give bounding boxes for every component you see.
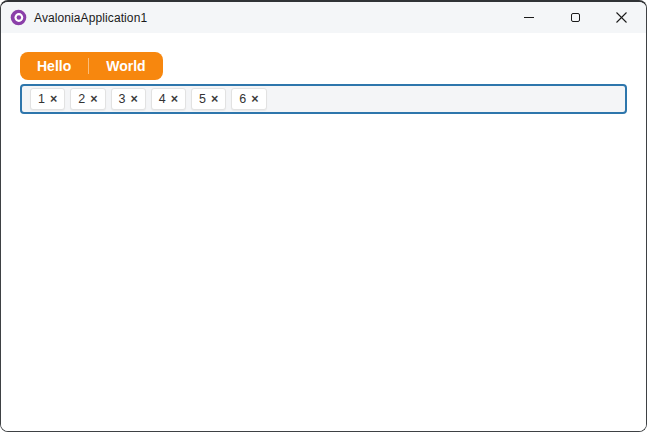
tag-chip-label: 6 (239, 92, 246, 106)
close-button[interactable] (598, 2, 644, 33)
tag-chip: 3 × (111, 88, 146, 110)
tag-chip: 6 × (231, 88, 266, 110)
tag-chip: 1 × (30, 88, 65, 110)
window-title: AvaloniaApplication1 (34, 11, 147, 25)
tab-world[interactable]: World (89, 52, 162, 80)
tag-chip-label: 5 (199, 92, 206, 106)
tag-chip-label: 4 (159, 92, 166, 106)
minimize-button[interactable] (506, 2, 552, 33)
tab-strip: Hello World (20, 52, 163, 80)
tab-hello[interactable]: Hello (20, 52, 88, 80)
chip-close-icon[interactable]: × (171, 93, 178, 106)
chip-close-icon[interactable]: × (130, 93, 137, 106)
tag-chip: 4 × (151, 88, 186, 110)
maximize-icon (571, 13, 580, 22)
tag-chip-label: 3 (119, 92, 126, 106)
avalonia-logo-icon (9, 9, 27, 27)
tags-input-box[interactable]: 1 × 2 × 3 × 4 × 5 × 6 × (20, 84, 627, 114)
tag-chip: 2 × (70, 88, 105, 110)
tab-hello-label: Hello (37, 58, 71, 74)
title-bar[interactable]: AvaloniaApplication1 (1, 2, 646, 33)
caption-buttons (506, 2, 644, 33)
maximize-button[interactable] (552, 2, 598, 33)
tag-chip-label: 2 (78, 92, 85, 106)
app-window: AvaloniaApplication1 Hello W (0, 0, 647, 432)
tag-chip-label: 1 (38, 92, 45, 106)
chip-close-icon[interactable]: × (211, 93, 218, 106)
close-icon (616, 12, 627, 23)
chip-close-icon[interactable]: × (50, 93, 57, 106)
window-content: Hello World 1 × 2 × 3 × 4 × (1, 33, 646, 431)
tab-world-label: World (106, 58, 145, 74)
chip-close-icon[interactable]: × (251, 93, 258, 106)
tag-chip: 5 × (191, 88, 226, 110)
chip-close-icon[interactable]: × (90, 93, 97, 106)
minimize-icon (524, 17, 534, 18)
